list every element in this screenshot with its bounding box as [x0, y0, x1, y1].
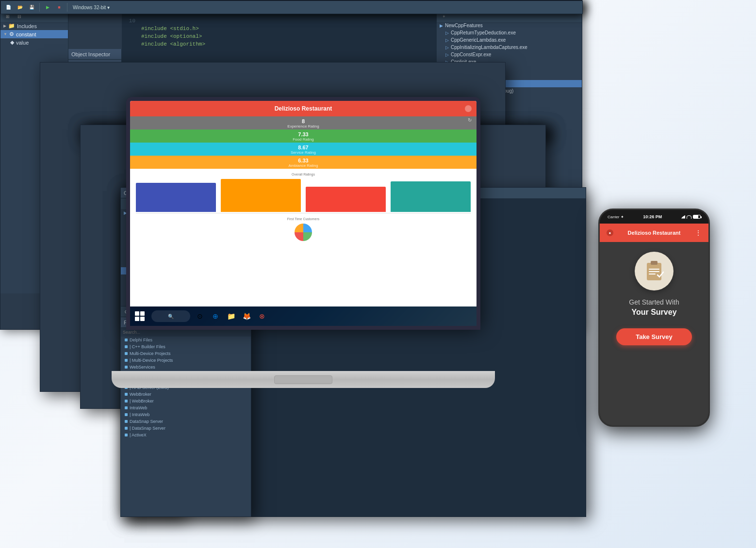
- proj-item-return[interactable]: ▷ CppReturnTypeDeduction.exe: [437, 29, 582, 36]
- palette-label-ax: | ActiveX: [130, 433, 147, 437]
- taskbar-edge[interactable]: ⊕: [210, 310, 221, 322]
- palette-label-iw2: | IntraWeb: [130, 412, 149, 417]
- win-start-sq-2: [140, 311, 145, 316]
- toolbar-new[interactable]: 📄: [3, 2, 14, 13]
- food-value: 7.33: [134, 131, 473, 137]
- palette-ax[interactable]: | ActiveX: [121, 432, 251, 438]
- taskbar-cortana-icon: ⊙: [197, 312, 203, 320]
- clipboard-line-1: [649, 269, 659, 270]
- code-line-3: #include <optional>: [126, 32, 436, 40]
- palette-ds1[interactable]: DataSnap Server: [121, 418, 251, 425]
- proj-item-lambda[interactable]: ▷ CppGenericLambdas.exe: [437, 36, 582, 44]
- palette-iw2[interactable]: | IntraWeb: [121, 411, 251, 418]
- code-line-2: #include <stdio.h>: [126, 25, 436, 32]
- palette-wb1[interactable]: WebBroker: [121, 391, 251, 398]
- phone-app-title: Delizioso Restaurant: [628, 230, 681, 236]
- toolbar-separator: [39, 3, 40, 12]
- battery-fill: [693, 215, 698, 218]
- phone-menu-icon[interactable]: ⋮: [695, 229, 702, 237]
- tree-icon-folder: 📁: [8, 23, 15, 29]
- phone-status: [681, 215, 701, 219]
- app-title-text: Delizioso Restaurant: [275, 105, 332, 112]
- phone-header-icon: ●: [607, 229, 613, 236]
- experience-rating-row: 8 Experience Rating ↻: [130, 116, 477, 129]
- code-text-4: #include <algorithm>: [141, 40, 205, 48]
- header-icons: [465, 105, 472, 112]
- bar-2: [221, 179, 301, 212]
- palette-label-wb2: | WebBroker: [130, 399, 154, 403]
- tree-arrow-2: ▼: [3, 32, 7, 36]
- ambiance-label: Ambiance Rating: [134, 163, 473, 168]
- restaurant-app: Delizioso Restaurant 8 Experience Rating…: [130, 101, 477, 306]
- taskbar-search[interactable]: 🔍: [151, 310, 190, 322]
- pie-chart-svg: [289, 223, 318, 242]
- taskbar-search-icon: 🔍: [168, 314, 174, 319]
- bar-3-container: [306, 178, 386, 212]
- phone-app-header: ● Delizioso Restaurant ⋮: [600, 224, 708, 242]
- palette-dot-12: [125, 413, 128, 416]
- proj-item-const[interactable]: ▷ CppConstExpr.exe: [437, 51, 582, 58]
- taskbar-start[interactable]: [135, 311, 145, 321]
- phone-your-survey-text: Your Survey: [631, 308, 676, 317]
- platform-selector[interactable]: Windows 32-bit ▾: [70, 5, 113, 10]
- proj-item-new[interactable]: ▶ NewCppFeatures: [437, 22, 582, 29]
- palette-ds2[interactable]: | DataSnap Server: [121, 425, 251, 432]
- tree-value[interactable]: ◆ value: [0, 38, 68, 47]
- phone-container: Carrier ✦ 10:26 PM ● Delizioso Restauran…: [598, 209, 710, 427]
- toolbar-run[interactable]: ▶: [42, 2, 53, 13]
- taskbar-app[interactable]: ⊗: [256, 310, 268, 322]
- palette-label-ds1: DataSnap Server: [130, 419, 163, 424]
- toolbar-save[interactable]: 💾: [26, 2, 37, 13]
- experience-icon: ↻: [468, 117, 472, 123]
- proj-icon-folder: ▶: [440, 23, 443, 28]
- palette-dot-10: [125, 400, 128, 403]
- win-start-sq-4: [140, 317, 145, 321]
- wifi-icon: [687, 215, 691, 219]
- line-num-10: 10: [126, 17, 135, 25]
- palette-dot-11: [125, 406, 128, 409]
- phone-content: Get Started With Your Survey Take Survey: [600, 242, 708, 425]
- laptop-base: [112, 371, 495, 388]
- taskbar-firefox-icon: 🦊: [243, 312, 251, 320]
- palette-dot-14: [125, 427, 128, 430]
- bar-chart-area: [136, 178, 471, 212]
- tree-constant[interactable]: ▼ ⚙ constant: [0, 30, 68, 38]
- phone-get-started-text: Get Started With: [629, 298, 679, 306]
- code-line-1: 10: [126, 17, 436, 25]
- toolbar-open[interactable]: 📂: [15, 2, 25, 13]
- proj-label-lambda: CppGenericLambdas.exe: [451, 37, 506, 43]
- header-icon-1: [465, 105, 472, 112]
- taskbar-folder-icon: 📁: [227, 312, 235, 320]
- clipboard-line-2: [649, 271, 659, 272]
- palette-wb2[interactable]: | WebBroker: [121, 398, 251, 404]
- toolbar-stop[interactable]: ■: [54, 2, 65, 13]
- code-text-3: #include <optional>: [141, 32, 202, 40]
- phone-time-text: 10:26 PM: [643, 214, 662, 219]
- phone-body: Carrier ✦ 10:26 PM ● Delizioso Restauran…: [598, 209, 710, 427]
- taskbar-explorer[interactable]: 📁: [225, 310, 237, 322]
- line-num-empty-3: [126, 40, 135, 48]
- tree-arrow: ▶: [3, 24, 6, 28]
- palette-dot-13: [125, 420, 128, 423]
- taskbar-cortana[interactable]: ⊙: [194, 310, 206, 322]
- experience-value: 8: [134, 118, 473, 124]
- clipboard-clip: [651, 261, 657, 265]
- code-text-2: #include <stdio.h>: [141, 25, 199, 32]
- taskbar-app-icon: ⊗: [259, 312, 265, 320]
- phone-screen: ● Delizioso Restaurant ⋮ Get St: [600, 224, 708, 425]
- taskbar-firefox[interactable]: 🦊: [241, 310, 252, 322]
- proj-item-init[interactable]: ▷ CppInitializingLambdaCaptures.exe: [437, 44, 582, 51]
- taskbar-edge-icon: ⊕: [213, 312, 218, 320]
- palette-iw1[interactable]: IntraWeb: [121, 404, 251, 411]
- pie-slice-3: [295, 232, 303, 241]
- bar-group-4: [391, 178, 471, 212]
- palette-dot-9: [125, 393, 128, 396]
- phone-clipboard-icon: [635, 252, 674, 290]
- windows-start-icon: [135, 311, 145, 321]
- tree-includes[interactable]: ▶ 📁 Includes: [0, 22, 68, 30]
- clipboard-line-3: [649, 274, 656, 274]
- food-rating-row: 7.33 Food Rating: [130, 129, 477, 143]
- bar-1-container: [136, 178, 216, 212]
- take-survey-button[interactable]: Take Survey: [616, 328, 692, 345]
- food-label: Food Rating: [134, 137, 473, 142]
